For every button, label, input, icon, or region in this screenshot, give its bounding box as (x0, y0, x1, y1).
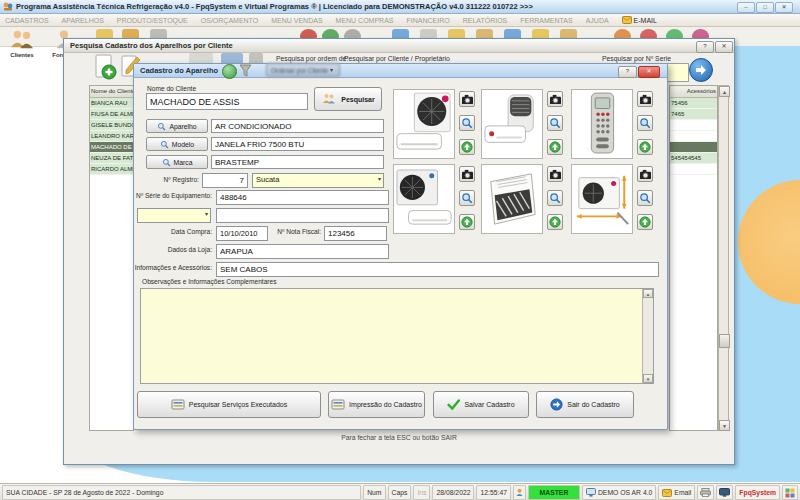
menu-relatorios[interactable]: RELATÓRIOS (463, 17, 508, 24)
magnifier-icon (160, 140, 169, 149)
dialog-titlebar[interactable]: Cadastro do Aparelho (134, 64, 667, 78)
model-input[interactable] (211, 137, 384, 151)
toolbar-icon[interactable] (249, 53, 263, 63)
notes-scrollbar[interactable]: ▲ ▼ (642, 289, 653, 383)
order-by-dropdown[interactable]: Ordenar por Cliente (266, 63, 340, 77)
accessory-cell[interactable] (670, 120, 717, 131)
scroll-down-icon[interactable]: ▼ (719, 420, 730, 431)
menu-produto-estoque[interactable]: PRODUTO/ESTOQUE (117, 17, 188, 24)
search-window-help-button[interactable]: ? (696, 41, 714, 53)
brand-input[interactable] (211, 155, 384, 169)
photo-capture-button[interactable] (637, 91, 653, 107)
add-record-button[interactable] (93, 54, 117, 81)
go-search-button[interactable] (689, 58, 713, 82)
refresh-icon[interactable] (222, 64, 237, 79)
client-list-header[interactable]: Nome do Cliente (90, 86, 133, 98)
search-window-titlebar[interactable]: Pesquisa Cadastro dos Aparelhos por Clie… (64, 39, 734, 53)
photo-zoom-button[interactable] (547, 115, 563, 131)
photo-upload-button[interactable] (547, 214, 563, 230)
exit-record-button[interactable]: Sair do Cadastro (536, 391, 634, 418)
photo-upload-button[interactable] (459, 139, 475, 155)
upload-arrow-icon (461, 216, 473, 228)
menu-financeiro[interactable]: FINANCEIRO (407, 17, 450, 24)
menu-vendas[interactable]: MENU VENDAS (271, 17, 322, 24)
client-row[interactable]: GISELE BUNDCH (90, 120, 133, 131)
status-monitor-button[interactable] (716, 485, 733, 500)
photo-capture-button[interactable] (459, 166, 475, 182)
registry-input[interactable] (202, 173, 248, 188)
equipment-serial-input[interactable] (216, 190, 389, 205)
purchase-date-input[interactable] (216, 226, 268, 241)
status-email-button[interactable]: Email (658, 485, 695, 500)
search-client-button[interactable]: Pesquisar (314, 87, 382, 111)
model-search-button[interactable]: Modelo (146, 137, 208, 151)
accessory-cell[interactable]: 7465 (670, 109, 717, 120)
store-label: Dados da Loja: (154, 246, 212, 253)
scroll-up-icon[interactable]: ▲ (719, 86, 730, 97)
menu-cadastros[interactable]: CADASTROS (5, 17, 49, 24)
photo-capture-button[interactable] (459, 91, 475, 107)
dialog-help-button[interactable]: ? (618, 66, 637, 78)
client-row[interactable]: FIUSA DE ALMEID (90, 109, 133, 120)
photo-capture-button[interactable] (547, 166, 563, 182)
brand-search-button[interactable]: Marca (146, 155, 208, 169)
scroll-down-icon[interactable]: ▼ (643, 374, 653, 383)
photo-zoom-button[interactable] (637, 115, 653, 131)
save-record-button[interactable]: Salvar Cadastro (433, 391, 529, 418)
minimize-button[interactable]: – (737, 2, 755, 13)
photo-upload-button[interactable] (459, 214, 475, 230)
accessory-cell[interactable]: 75456 (670, 98, 717, 109)
toolbar-icon[interactable] (189, 53, 213, 63)
accessory-cell[interactable]: 545454545 (670, 153, 717, 164)
menu-ajuda[interactable]: AJUDA (586, 17, 609, 24)
photo-capture-button[interactable] (547, 91, 563, 107)
notes-textarea[interactable]: ▲ ▼ (140, 288, 654, 384)
extra-dropdown[interactable]: ▾ (137, 208, 211, 223)
filter-icon[interactable] (239, 64, 252, 77)
grid-scrollbar[interactable]: ▲ ▼ (718, 85, 729, 431)
accessories-info-input[interactable] (216, 262, 659, 277)
photo-capture-button[interactable] (637, 166, 653, 182)
maximize-button[interactable]: □ (756, 2, 774, 13)
client-row[interactable]: BIANCA RAU (90, 98, 133, 109)
client-name-input[interactable] (146, 93, 308, 110)
accessories-header[interactable]: Acessórios (670, 86, 717, 98)
client-row[interactable]: LEANDRO KARNA (90, 131, 133, 142)
store-input[interactable] (216, 244, 389, 259)
accessory-cell[interactable] (670, 164, 717, 175)
scrollbar-thumb[interactable] (719, 334, 730, 348)
dialog-close-button[interactable]: ✕ (638, 66, 660, 78)
photo-upload-button[interactable] (637, 214, 653, 230)
menu-aparelhos[interactable]: APARELHOS (62, 17, 104, 24)
accessory-cell-selected[interactable] (670, 142, 717, 153)
print-record-button[interactable]: Impressão do Cadastro (328, 391, 425, 418)
scroll-up-icon[interactable]: ▲ (643, 289, 653, 298)
clients-toolbar-button[interactable]: Clientes (2, 29, 42, 77)
photo-upload-button[interactable] (637, 139, 653, 155)
client-row[interactable]: NEUZA DE FATIM (90, 153, 133, 164)
extra-input[interactable] (216, 208, 389, 223)
photo-upload-button[interactable] (547, 139, 563, 155)
condition-dropdown[interactable]: Sucata ▾ (252, 173, 384, 188)
client-row-selected[interactable]: MACHADO DE AS (90, 142, 133, 153)
photo-zoom-button[interactable] (459, 190, 475, 206)
menu-compras[interactable]: MENU COMPRAS (336, 17, 394, 24)
menu-os-orcamento[interactable]: OS/ORÇAMENTO (201, 17, 258, 24)
search-window-close-button[interactable]: ✕ (715, 41, 733, 53)
menu-email[interactable]: E-MAIL (622, 16, 657, 24)
search-services-button[interactable]: Pesquisar Serviços Executados (137, 391, 321, 418)
close-button[interactable]: ✕ (775, 2, 793, 13)
device-input[interactable] (211, 119, 384, 133)
photo-zoom-button[interactable] (637, 190, 653, 206)
menu-ferramentas[interactable]: FERRAMENTAS (520, 17, 572, 24)
accessory-cell[interactable] (670, 131, 717, 142)
status-caps: Caps (388, 485, 412, 500)
go-arrow-icon (690, 59, 712, 81)
toolbar-icon[interactable] (221, 53, 243, 63)
status-printer-button[interactable] (697, 485, 714, 500)
device-search-button[interactable]: Aparelho (146, 119, 208, 133)
invoice-input[interactable] (324, 226, 387, 241)
photo-zoom-button[interactable] (547, 190, 563, 206)
client-row[interactable]: RICARDO ALMEID (90, 164, 133, 175)
photo-zoom-button[interactable] (459, 115, 475, 131)
